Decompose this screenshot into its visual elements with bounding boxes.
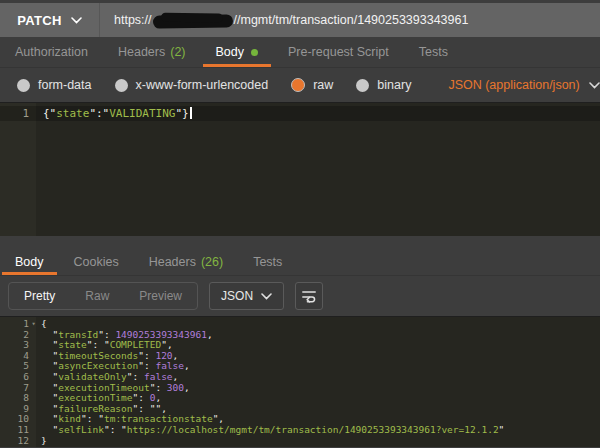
response-toolbar: PrettyRawPreview JSON <box>0 276 600 316</box>
body-mode-row: form-datax-www-form-urlencodedrawbinary … <box>0 68 600 102</box>
request-body-editor[interactable]: 1{"state":"VALIDATING"} <box>0 102 600 236</box>
tab-authorization[interactable]: Authorization <box>0 37 103 67</box>
fold-spacer <box>29 404 38 415</box>
token-p: ":" <box>89 107 109 120</box>
line-number: 1 <box>0 106 29 121</box>
token-p: , <box>155 392 161 403</box>
fold-spacer <box>29 383 38 394</box>
line-number: 6 <box>0 372 29 383</box>
body-mode-label: form-data <box>38 78 92 92</box>
wrap-lines-button[interactable] <box>295 282 323 310</box>
response-tab-cookies[interactable]: Cookies <box>59 248 134 275</box>
code-line: 1{"state":"VALIDATING"} <box>0 106 600 121</box>
response-tab-tests[interactable]: Tests <box>238 248 297 275</box>
token-s: https://localhost/mgmt/tm/transaction/14… <box>127 424 499 435</box>
radio-button-icon <box>356 79 369 92</box>
token-p: ": <box>138 360 155 371</box>
token-b: false <box>144 371 173 382</box>
code-text: {"state":"VALIDATING"} <box>38 106 192 121</box>
content-type-dropdown[interactable]: JSON (application/json) <box>448 78 599 92</box>
fold-spacer <box>29 393 38 404</box>
body-mode-x-www-form-urlencoded[interactable]: x-www-form-urlencoded <box>115 78 269 92</box>
method-label: PATCH <box>17 13 61 28</box>
tab-tests[interactable]: Tests <box>404 37 463 67</box>
token-p: " <box>41 329 58 340</box>
tab-pre-request-script-label: Pre-request Script <box>288 45 389 59</box>
token-p: ": " <box>87 339 110 350</box>
token-n: 1490253393343961 <box>115 329 207 340</box>
body-mode-raw[interactable]: raw <box>291 78 333 92</box>
radio-button-icon <box>17 79 30 92</box>
token-k: executionTimeout <box>58 382 150 393</box>
view-raw-button[interactable]: Raw <box>70 283 124 309</box>
token-p: " <box>41 360 58 371</box>
response-tab-cookies-label: Cookies <box>74 255 119 269</box>
tab-tests-label: Tests <box>419 45 448 59</box>
redacted-hostname <box>152 14 232 28</box>
token-p: } <box>41 435 47 446</box>
request-tab-bar: AuthorizationHeaders(2)BodyPre-request S… <box>0 37 600 68</box>
token-k: transId <box>58 329 98 340</box>
view-mode-segmented-control: PrettyRawPreview <box>8 282 198 310</box>
token-p: " <box>41 371 58 382</box>
fold-spacer <box>29 414 38 425</box>
token-s: COMPLETED <box>110 339 161 350</box>
response-body-editor[interactable]: 1▾{2 "transId": 1490253393343961,3 "stat… <box>0 316 600 447</box>
fold-spacer <box>29 106 38 121</box>
token-p: "} <box>175 107 188 120</box>
view-preview-button[interactable]: Preview <box>124 283 197 309</box>
response-format-label: JSON <box>221 289 253 303</box>
token-p: , <box>184 382 190 393</box>
token-p: ", <box>161 339 172 350</box>
view-pretty-button[interactable]: Pretty <box>9 283 70 309</box>
token-k: state <box>58 339 87 350</box>
token-p: , <box>173 350 179 361</box>
url-suffix: //mgmt/tm/transaction/1490253393343961 <box>234 13 469 27</box>
code-line: 12} <box>0 436 600 447</box>
token-p: , <box>207 329 213 340</box>
response-tab-body[interactable]: Body <box>0 248 59 275</box>
response-tab-body-label: Body <box>15 255 44 269</box>
token-p: , <box>173 371 179 382</box>
response-tab-bar: BodyCookiesHeaders(26)Tests <box>0 248 600 276</box>
token-p: ": "", <box>133 403 167 414</box>
tab-count-badge: (2) <box>170 45 185 59</box>
tab-count-badge: (26) <box>201 255 223 269</box>
token-p: ": <box>150 382 167 393</box>
tab-pre-request-script[interactable]: Pre-request Script <box>273 37 404 67</box>
token-k: selfLink <box>58 424 104 435</box>
token-p: { <box>41 318 47 329</box>
token-p: " <box>41 424 58 435</box>
response-tab-headers[interactable]: Headers(26) <box>134 248 238 275</box>
wrap-lines-icon <box>301 289 317 304</box>
method-dropdown[interactable]: PATCH <box>0 3 100 37</box>
unsaved-dot-icon <box>251 49 258 56</box>
tab-body[interactable]: Body <box>201 37 274 67</box>
active-tab-underline <box>203 64 272 67</box>
response-format-dropdown[interactable]: JSON <box>209 282 284 310</box>
line-number: 1 <box>0 319 29 330</box>
radio-button-icon <box>115 79 128 92</box>
token-p: " <box>41 392 58 403</box>
token-p: " <box>41 403 58 414</box>
fold-spacer <box>29 351 38 362</box>
body-mode-binary[interactable]: binary <box>356 78 411 92</box>
token-k: validateOnly <box>58 371 127 382</box>
token-n: 120 <box>155 350 172 361</box>
token-p: ": <box>127 371 144 382</box>
token-p: ": " <box>104 424 127 435</box>
token-p: " <box>499 424 505 435</box>
url-input[interactable]: https:////mgmt/tm/transaction/1490253393… <box>100 3 600 37</box>
text-cursor <box>190 107 192 119</box>
body-mode-form-data[interactable]: form-data <box>17 78 92 92</box>
tab-authorization-label: Authorization <box>15 45 88 59</box>
fold-spacer <box>29 425 38 436</box>
fold-spacer <box>29 436 38 447</box>
token-k: executionTime <box>58 392 132 403</box>
token-b: false <box>155 360 184 371</box>
line-number: 11 <box>0 425 29 436</box>
tab-headers[interactable]: Headers(2) <box>103 37 201 67</box>
token-p: " <box>41 382 58 393</box>
fold-arrow-icon: ▾ <box>29 319 38 330</box>
token-s: VALIDATING <box>109 107 175 120</box>
